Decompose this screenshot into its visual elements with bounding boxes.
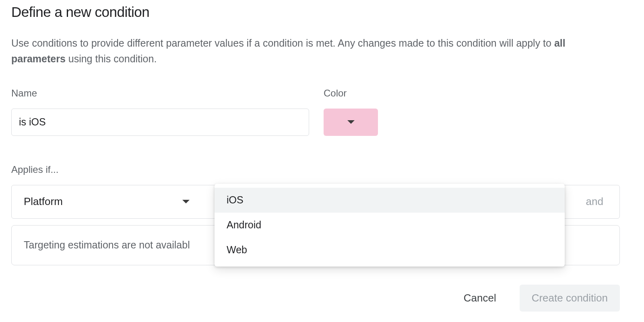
platform-select[interactable]: Platform	[12, 185, 201, 218]
description-text: Use conditions to provide different para…	[11, 35, 591, 67]
color-group: Color	[324, 88, 378, 136]
page-title: Define a new condition	[11, 4, 633, 20]
cancel-button[interactable]: Cancel	[456, 287, 504, 309]
dropdown-option-web[interactable]: Web	[215, 238, 565, 263]
description-suffix: using this condition.	[66, 53, 157, 64]
targeting-estimations-text: Targeting estimations are not availabl	[24, 239, 190, 251]
color-label: Color	[324, 88, 378, 99]
and-operator: and	[586, 195, 603, 208]
dialog-actions: Cancel Create condition	[11, 285, 620, 312]
form-row: Name Color	[11, 88, 633, 136]
platform-dropdown-menu: iOS Android Web	[215, 184, 565, 267]
name-label: Name	[11, 88, 309, 99]
create-condition-button[interactable]: Create condition	[520, 285, 620, 312]
caret-down-icon	[347, 120, 355, 124]
dropdown-option-ios[interactable]: iOS	[215, 188, 565, 213]
platform-select-value: Platform	[24, 195, 63, 208]
condition-row: Platform and iOS Android Web	[11, 185, 620, 219]
name-input[interactable]	[11, 109, 309, 136]
applies-if-label: Applies if...	[11, 164, 633, 175]
name-group: Name	[11, 88, 309, 136]
description-prefix: Use conditions to provide different para…	[11, 37, 554, 49]
color-picker[interactable]	[324, 109, 378, 136]
dropdown-option-android[interactable]: Android	[215, 213, 565, 238]
caret-down-icon	[182, 200, 190, 203]
